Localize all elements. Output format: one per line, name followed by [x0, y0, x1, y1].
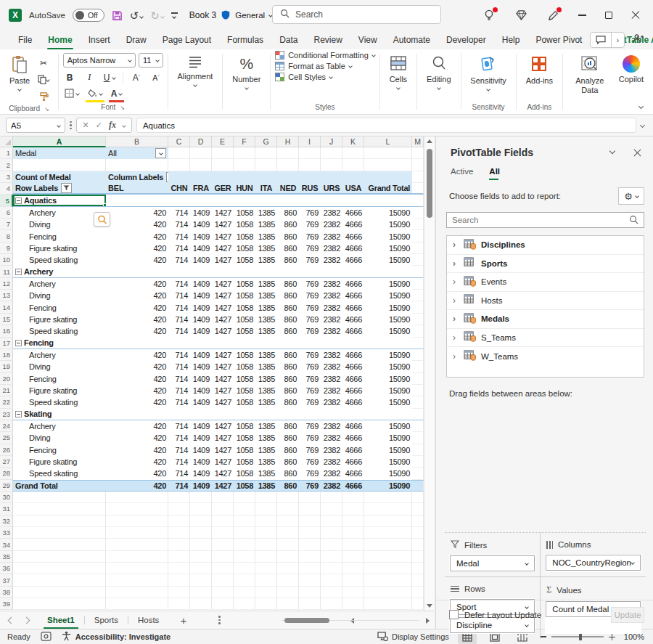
- scroll-right-icon[interactable]: [426, 618, 430, 624]
- scroll-down-icon[interactable]: [427, 604, 432, 608]
- copilot-button[interactable]: Copilot: [614, 53, 649, 114]
- whats-new-lightbulb-icon[interactable]: [482, 9, 496, 22]
- column-header-C[interactable]: C: [168, 136, 190, 147]
- fill-handle[interactable]: [103, 203, 106, 207]
- column-header-F[interactable]: F: [234, 136, 255, 147]
- row-header-38[interactable]: 38: [0, 587, 13, 598]
- column-header-L[interactable]: L: [364, 136, 412, 147]
- alignment-button[interactable]: Alignment: [172, 53, 218, 89]
- column-header-G[interactable]: G: [255, 136, 277, 147]
- previous-sheet-icon[interactable]: [8, 616, 15, 624]
- smart-lookup-icon[interactable]: [94, 212, 110, 227]
- tab-review[interactable]: Review: [305, 30, 350, 49]
- editing-button[interactable]: Editing: [422, 53, 456, 91]
- font-size-select[interactable]: 11: [139, 53, 163, 68]
- field-item-hosts[interactable]: ›Hosts: [447, 292, 644, 311]
- row-header-23[interactable]: 23: [0, 409, 13, 420]
- field-item-sports[interactable]: ›Sports: [447, 255, 644, 274]
- row-header-4[interactable]: 4: [0, 183, 13, 195]
- row-header-33[interactable]: 33: [0, 527, 13, 539]
- row-header-28[interactable]: 28: [0, 468, 13, 479]
- undo-icon[interactable]: ↺: [130, 10, 144, 21]
- number-button[interactable]: % Number: [227, 53, 266, 91]
- row-header-27[interactable]: 27: [0, 456, 13, 468]
- fill-color-button[interactable]: [86, 86, 104, 100]
- expand-formula-bar-icon[interactable]: [640, 123, 645, 128]
- row-labels-filter-button[interactable]: [61, 183, 72, 193]
- add-sheet-button[interactable]: +: [168, 614, 198, 627]
- close-button[interactable]: [631, 11, 640, 20]
- pane-tools-button[interactable]: ⚙: [618, 187, 644, 205]
- sheet-options-icon[interactable]: [218, 616, 221, 624]
- conditional-formatting-button[interactable]: Conditional Formatting: [275, 51, 375, 60]
- column-header-A[interactable]: A: [13, 136, 106, 147]
- tab-page-layout[interactable]: Page Layout: [155, 30, 219, 49]
- row-header-2[interactable]: 2: [0, 159, 13, 171]
- tab-power-pivot[interactable]: Power Pivot: [527, 30, 590, 49]
- row-header-31[interactable]: 31: [0, 503, 13, 515]
- sensitivity-button[interactable]: Sensitivity: [465, 53, 512, 93]
- row-header-26[interactable]: 26: [0, 444, 13, 456]
- row-header-37[interactable]: 37: [0, 574, 13, 586]
- column-header-H[interactable]: H: [277, 136, 299, 147]
- sheet-tab-sports[interactable]: Sports: [85, 611, 128, 629]
- tab-developer[interactable]: Developer: [438, 30, 494, 49]
- expand-chevron-icon[interactable]: ›: [453, 351, 459, 362]
- increase-font-button[interactable]: Aˆ: [129, 70, 143, 84]
- display-settings-button[interactable]: Display Settings: [377, 632, 449, 643]
- update-button[interactable]: Update: [611, 607, 644, 623]
- next-sheet-icon[interactable]: [23, 616, 30, 624]
- borders-button[interactable]: [63, 86, 81, 100]
- insert-function-icon[interactable]: fx: [109, 120, 116, 131]
- field-item-disciplines[interactable]: ›Disciplines: [447, 236, 644, 255]
- addins-button[interactable]: Add-ins: [521, 53, 558, 88]
- font-dialog-launcher[interactable]: ↘: [120, 105, 125, 111]
- horizontal-scroll-thumb[interactable]: [284, 618, 329, 623]
- row-header-20[interactable]: 20: [0, 373, 13, 385]
- row-header-17[interactable]: 17: [0, 338, 13, 349]
- cells-button[interactable]: Cells: [385, 53, 412, 91]
- row-header-22[interactable]: 22: [0, 396, 13, 408]
- row-header-19[interactable]: 19: [0, 361, 13, 372]
- tab-draw[interactable]: Draw: [118, 30, 155, 49]
- name-box[interactable]: A5: [6, 118, 65, 133]
- sensitivity-level-label[interactable]: General: [235, 11, 265, 20]
- macro-record-icon[interactable]: [41, 632, 52, 643]
- row-header-24[interactable]: 24: [0, 420, 13, 432]
- expand-chevron-icon[interactable]: ›: [453, 240, 459, 250]
- accessibility-status[interactable]: Accessibility: Investigate: [75, 632, 171, 641]
- analyze-data-button[interactable]: Analyze Data: [567, 53, 612, 114]
- filter-value-dropdown-button[interactable]: [155, 148, 166, 158]
- field-item-w_teams[interactable]: ›W_Teams: [447, 347, 644, 366]
- row-header-35[interactable]: 35: [0, 551, 13, 563]
- row-header-34[interactable]: 34: [0, 539, 13, 550]
- row-header-6[interactable]: 6: [0, 207, 13, 219]
- field-item-medals[interactable]: ›Medals: [447, 310, 644, 329]
- row-header-16[interactable]: 16: [0, 325, 13, 337]
- font-color-button[interactable]: A: [110, 86, 124, 100]
- collapse-group-icon[interactable]: [15, 269, 22, 275]
- row-header-29[interactable]: 29: [0, 480, 13, 492]
- vertical-scrollbar[interactable]: [424, 136, 434, 611]
- cut-icon[interactable]: ✂: [36, 56, 51, 70]
- columns-area[interactable]: Columns NOC_CountryRegion: [541, 533, 646, 577]
- pane-close-icon[interactable]: [633, 149, 641, 157]
- clipboard-dialog-launcher[interactable]: ↘: [44, 106, 49, 113]
- pane-options-chevron-icon[interactable]: [609, 147, 615, 153]
- collapse-group-icon[interactable]: [15, 340, 22, 346]
- column-header-E[interactable]: E: [212, 136, 234, 147]
- defer-layout-checkbox[interactable]: [449, 610, 459, 619]
- customize-qat-icon[interactable]: [171, 12, 178, 18]
- formula-input[interactable]: Aquatics: [136, 118, 636, 133]
- redo-icon[interactable]: ↻: [150, 10, 164, 21]
- autosave-toggle[interactable]: Off: [73, 9, 104, 22]
- fx-dropdown-icon[interactable]: [122, 123, 126, 128]
- field-chip-medal[interactable]: Medal: [450, 555, 535, 571]
- premium-gem-icon[interactable]: [514, 9, 527, 22]
- row-header-25[interactable]: 25: [0, 432, 13, 444]
- vertical-scroll-thumb[interactable]: [427, 149, 432, 218]
- confirm-entry-icon[interactable]: ✓: [96, 121, 102, 130]
- format-as-table-button[interactable]: Format as Table: [275, 62, 375, 70]
- tab-file[interactable]: File: [10, 30, 40, 49]
- underline-button[interactable]: U: [102, 70, 118, 84]
